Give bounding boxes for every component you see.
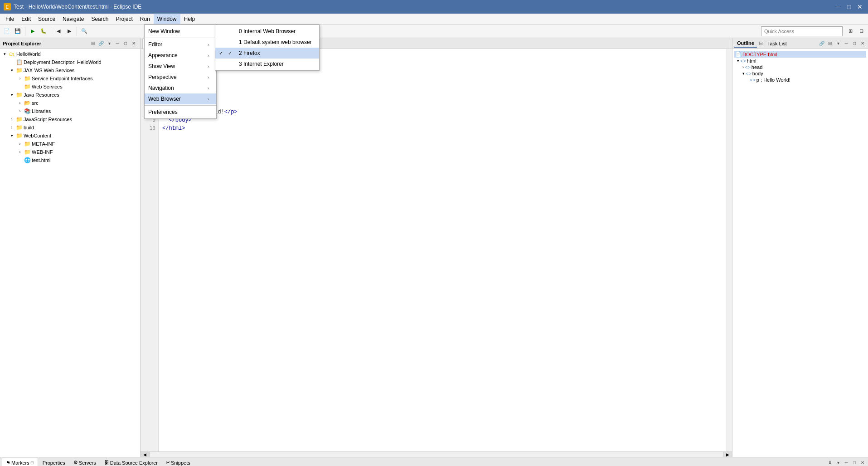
- toggle-src[interactable]: ›: [16, 99, 24, 107]
- outline-tab[interactable]: Outline: [734, 39, 757, 48]
- menu-show-view[interactable]: Show View ›: [145, 61, 216, 72]
- toggle-sei[interactable]: ›: [16, 75, 24, 82]
- tree-item-src[interactable]: › 📂 src: [0, 99, 140, 107]
- toggle-helloworld[interactable]: ▾: [1, 50, 8, 58]
- editor-vertical-scrollbar[interactable]: [727, 49, 732, 451]
- menu-run[interactable]: Run: [136, 14, 154, 24]
- editor-horizontal-scrollbar[interactable]: ◀ ▶: [141, 451, 732, 457]
- menu-source[interactable]: Source: [34, 14, 59, 24]
- toggle-java-resources[interactable]: ▾: [8, 91, 15, 98]
- menu-editor[interactable]: Editor ›: [145, 39, 216, 50]
- minimize-btn[interactable]: ─: [834, 2, 843, 11]
- close-panel-btn[interactable]: ✕: [130, 40, 137, 47]
- tree-item-jaxws[interactable]: ▾ 📁 JAX-WS Web Services: [0, 66, 140, 74]
- toggle-build[interactable]: ›: [8, 124, 15, 131]
- run-btn[interactable]: ▶: [28, 26, 38, 36]
- outline-collapse-btn[interactable]: ⊟: [826, 40, 834, 47]
- menu-help[interactable]: Help: [180, 14, 199, 24]
- bottom-maximize-btn[interactable]: □: [851, 459, 858, 466]
- outline-close-btn[interactable]: ✕: [859, 40, 866, 47]
- menu-file[interactable]: File: [2, 14, 18, 24]
- outline-html[interactable]: ▾ <> html: [734, 58, 866, 64]
- browser-default[interactable]: 1 Default system web browser: [215, 37, 319, 48]
- close-btn[interactable]: ✕: [855, 2, 864, 11]
- tab-markers[interactable]: ⚑ Markers ⊟: [2, 458, 38, 466]
- tree-item-webservices[interactable]: 📁 Web Services: [0, 83, 140, 91]
- bottom-minimize-btn[interactable]: ─: [843, 459, 850, 466]
- minimize-panel-btn[interactable]: ─: [114, 40, 121, 47]
- scroll-left-btn[interactable]: ◀: [141, 452, 150, 457]
- outline-body[interactable]: ▾ <> body: [734, 70, 866, 77]
- toggle-deployment[interactable]: [8, 59, 15, 66]
- outline-p[interactable]: <> p : Hello World!: [734, 77, 866, 83]
- menu-appearance[interactable]: Appearance ›: [145, 50, 216, 61]
- tree-item-meta-inf[interactable]: › 📁 META-INF: [0, 140, 140, 148]
- tree-item-webcontent[interactable]: ▾ 📁 WebContent: [0, 132, 140, 140]
- scroll-track[interactable]: [150, 452, 723, 457]
- toggle-webcontent[interactable]: ▾: [8, 132, 15, 139]
- menu-perspective[interactable]: Perspective ›: [145, 72, 216, 83]
- tab-properties[interactable]: Properties: [39, 458, 69, 466]
- menu-edit[interactable]: Edit: [18, 14, 34, 24]
- outline-maximize-btn[interactable]: □: [851, 40, 858, 47]
- browser-ie[interactable]: 3 Internet Explorer: [215, 59, 319, 69]
- outline-sync-btn[interactable]: 🔗: [818, 40, 825, 47]
- tree-item-web-inf[interactable]: › 📁 WEB-INF: [0, 148, 140, 156]
- task-list-tab[interactable]: Task List: [765, 40, 790, 47]
- editor-content[interactable]: 8 9 10 <p>Hello World!</p>: [141, 49, 727, 451]
- code-content[interactable]: <p>Hello World!</p> </body> </html>: [159, 49, 727, 451]
- open-perspective-btn[interactable]: ⊞: [845, 26, 855, 36]
- menu-navigation[interactable]: Navigation ›: [145, 83, 216, 93]
- tab-data-source[interactable]: 🗄 Data Source Explorer: [101, 458, 161, 466]
- browser-internal[interactable]: 0 Internal Web Browser: [215, 26, 319, 37]
- quick-access-input[interactable]: [761, 26, 843, 36]
- toggle-jaxws[interactable]: ▾: [8, 67, 15, 74]
- menu-web-browser[interactable]: Web Browser ›: [145, 93, 216, 104]
- perspective-btn[interactable]: ⊟: [856, 26, 866, 36]
- search-btn[interactable]: 🔍: [79, 26, 89, 36]
- head-toggle[interactable]: ›: [742, 65, 744, 69]
- body-toggle[interactable]: ▾: [742, 71, 745, 76]
- bottom-push-btn[interactable]: ⬇: [826, 459, 834, 466]
- tree-item-test-html[interactable]: 🌐 test.html: [0, 156, 140, 164]
- collapse-all-btn[interactable]: ⊟: [89, 40, 97, 47]
- menu-preferences[interactable]: Preferences: [145, 107, 216, 118]
- tree-item-sei[interactable]: › 📁 Service Endpoint Interfaces: [0, 74, 140, 83]
- tree-item-helloworld[interactable]: ▾ 🗂 HelloWorld: [0, 50, 140, 58]
- prev-btn[interactable]: ◀: [53, 26, 63, 36]
- debug-btn[interactable]: 🐛: [39, 26, 48, 36]
- toggle-web-inf[interactable]: ›: [16, 148, 24, 156]
- menu-project[interactable]: Project: [112, 14, 136, 24]
- outline-doctype[interactable]: 📄 DOCTYPE:html: [734, 51, 866, 58]
- toggle-webservices[interactable]: [16, 83, 24, 90]
- browser-firefox[interactable]: ✓ 2 Firefox: [215, 48, 319, 59]
- html-toggle[interactable]: ▾: [737, 59, 739, 63]
- bottom-close-btn[interactable]: ✕: [859, 459, 866, 466]
- menu-window[interactable]: Window: [154, 14, 180, 24]
- toggle-js-resources[interactable]: ›: [8, 116, 15, 123]
- tree-item-java-resources[interactable]: ▾ 📁 Java Resources: [0, 91, 140, 99]
- maximize-btn[interactable]: □: [844, 2, 853, 11]
- tree-item-deployment[interactable]: 📋 Deployment Descriptor: HelloWorld: [0, 58, 140, 66]
- outline-menu-btn[interactable]: ▾: [834, 40, 842, 47]
- tree-item-js-resources[interactable]: › 📁 JavaScript Resources: [0, 115, 140, 123]
- tree-item-build[interactable]: › 📁 build: [0, 123, 140, 132]
- save-btn[interactable]: 💾: [13, 26, 23, 36]
- tree-item-libraries[interactable]: › 📚 Libraries: [0, 107, 140, 115]
- view-menu-btn[interactable]: ▾: [106, 40, 113, 47]
- menu-search[interactable]: Search: [87, 14, 112, 24]
- next-btn[interactable]: ▶: [64, 26, 74, 36]
- outline-minimize-btn[interactable]: ─: [843, 40, 850, 47]
- toggle-meta-inf[interactable]: ›: [16, 140, 24, 147]
- menu-new-window[interactable]: New Window: [145, 26, 216, 37]
- new-btn[interactable]: 📄: [2, 26, 12, 36]
- toggle-libraries[interactable]: ›: [16, 108, 24, 115]
- link-editor-btn[interactable]: 🔗: [97, 40, 105, 47]
- tab-servers[interactable]: ⚙ Servers: [70, 458, 100, 466]
- menu-navigate[interactable]: Navigate: [59, 14, 87, 24]
- outline-head[interactable]: › <> head: [734, 64, 866, 70]
- bottom-filter-btn[interactable]: ▾: [834, 459, 842, 466]
- toggle-test-html[interactable]: [16, 157, 24, 164]
- scroll-right-btn[interactable]: ▶: [723, 452, 732, 457]
- maximize-panel-btn[interactable]: □: [122, 40, 129, 47]
